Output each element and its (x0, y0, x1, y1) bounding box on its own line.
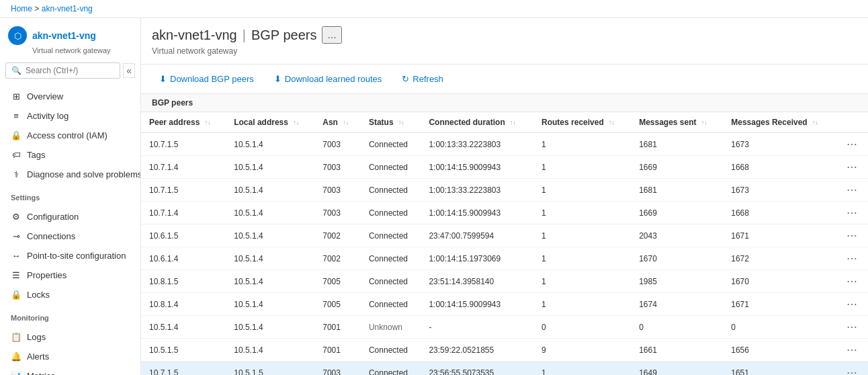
cell-routes-received: 1 (533, 133, 631, 156)
sort-local-address[interactable]: ↑↓ (293, 120, 299, 126)
cell-routes-received: 1 (533, 156, 631, 179)
sidebar-item-connections[interactable]: ⊸ Connections (0, 226, 140, 246)
cell-row-menu: ⋯ (836, 270, 868, 293)
cell-asn: 7005 (314, 293, 361, 316)
row-menu-button[interactable]: ⋯ (844, 252, 860, 265)
cell-messages-received: 1668 (723, 156, 836, 179)
cell-asn: 7002 (314, 224, 361, 247)
cell-messages-received: 1670 (723, 270, 836, 293)
toolbar: ⬇ Download BGP peers ⬇ Download learned … (141, 65, 868, 94)
search-input[interactable] (26, 66, 114, 75)
table-row: 10.8.1.4 10.5.1.4 7005 Connected 1:00:14… (141, 293, 868, 316)
nav-settings: ⚙ Configuration ⊸ Connections ↔ Point-to… (0, 204, 140, 307)
page-subtitle: BGP peers (251, 28, 316, 43)
settings-section-label: Settings (0, 187, 140, 204)
sidebar-item-tags[interactable]: 🏷 Tags (0, 145, 140, 165)
cell-messages-sent: 1649 (631, 362, 723, 376)
row-menu-button[interactable]: ⋯ (844, 366, 860, 375)
cell-local-address: 10.5.1.4 (226, 224, 314, 247)
activity-log-icon: ≡ (11, 111, 21, 121)
sidebar-item-access-control-label: Access control (IAM) (27, 130, 107, 140)
sidebar-item-diagnose[interactable]: ⚕ Diagnose and solve problems (0, 165, 140, 184)
cell-messages-received: 1671 (723, 293, 836, 316)
sort-messages-sent[interactable]: ↑↓ (701, 120, 707, 126)
sort-status[interactable]: ↑↓ (398, 120, 404, 126)
cell-peer-address: 10.7.1.4 (141, 156, 226, 179)
sidebar-item-locks[interactable]: 🔒 Locks (0, 285, 140, 304)
row-menu-button[interactable]: ⋯ (844, 183, 860, 196)
sidebar-collapse-button[interactable]: « (123, 63, 135, 78)
tags-icon: 🏷 (11, 150, 21, 160)
sidebar-item-overview[interactable]: ⊞ Overview (0, 87, 140, 106)
cell-messages-sent: 1681 (631, 133, 723, 156)
breadcrumb-home[interactable]: Home (11, 4, 32, 13)
sort-peer-address[interactable]: ↑↓ (205, 120, 211, 126)
bgp-peers-table: Peer address ↑↓ Local address ↑↓ Asn ↑↓ (141, 112, 868, 375)
cell-local-address: 10.5.1.4 (226, 156, 314, 179)
sidebar-item-access-control[interactable]: 🔒 Access control (IAM) (0, 126, 140, 145)
cell-peer-address: 10.7.1.5 (141, 133, 226, 156)
cell-messages-received: 1668 (723, 202, 836, 224)
row-menu-button[interactable]: ⋯ (844, 229, 860, 242)
sort-connected-duration[interactable]: ↑↓ (510, 120, 516, 126)
download-routes-button[interactable]: ⬇ Download learned routes (267, 70, 390, 88)
cell-messages-sent: 0 (631, 316, 723, 339)
sidebar-item-logs[interactable]: 📋 Logs (0, 327, 140, 347)
cell-row-menu: ⋯ (836, 156, 868, 179)
sidebar-item-properties-label: Properties (27, 270, 67, 280)
sidebar-item-configuration[interactable]: ⚙ Configuration (0, 207, 140, 226)
cell-local-address: 10.5.1.4 (226, 339, 314, 362)
row-menu-button[interactable]: ⋯ (844, 321, 860, 333)
configuration-icon: ⚙ (11, 212, 21, 222)
sidebar-item-activity-log[interactable]: ≡ Activity log (0, 106, 140, 126)
cell-connected-duration: - (421, 316, 533, 339)
download-bgp-button[interactable]: ⬇ Download BGP peers (152, 70, 261, 88)
col-status[interactable]: Status ↑↓ (361, 112, 421, 133)
sidebar-subtitle: Virtual network gateway (32, 46, 132, 54)
sort-asn[interactable]: ↑↓ (343, 120, 349, 126)
sidebar-item-logs-label: Logs (27, 332, 46, 342)
table-row: 10.6.1.5 10.5.1.4 7002 Connected 23:47:0… (141, 224, 868, 247)
table-header-row: Peer address ↑↓ Local address ↑↓ Asn ↑↓ (141, 112, 868, 133)
cell-status: Unknown (361, 316, 421, 339)
sidebar-item-properties[interactable]: ☰ Properties (0, 265, 140, 285)
row-menu-button[interactable]: ⋯ (844, 298, 860, 310)
table-row: 10.5.1.5 10.5.1.4 7001 Connected 23:59:2… (141, 339, 868, 362)
cell-connected-duration: 23:47:00.7599594 (421, 224, 533, 247)
cell-row-menu: ⋯ (836, 202, 868, 224)
sidebar-item-alerts[interactable]: 🔔 Alerts (0, 347, 140, 366)
cell-messages-received: 1672 (723, 247, 836, 270)
col-asn[interactable]: Asn ↑↓ (314, 112, 361, 133)
row-menu-button[interactable]: ⋯ (844, 138, 860, 151)
row-menu-button[interactable]: ⋯ (844, 343, 860, 356)
search-box[interactable]: 🔍 (5, 62, 120, 79)
row-menu-button[interactable]: ⋯ (844, 161, 860, 173)
sidebar-search-row: 🔍 « (5, 62, 135, 79)
cell-status: Connected (361, 247, 421, 270)
sidebar-header: ⬡ akn-vnet1-vng Virtual network gateway (0, 18, 140, 60)
col-connected-duration[interactable]: Connected duration ↑↓ (421, 112, 533, 133)
breadcrumb-resource[interactable]: akn-vnet1-vng (42, 4, 93, 13)
sidebar-item-connections-label: Connections (27, 231, 75, 241)
metrics-icon: 📊 (11, 371, 21, 375)
cell-peer-address: 10.7.1.5 (141, 362, 226, 376)
more-options-button[interactable]: ... (322, 26, 341, 44)
sidebar-item-point-to-site[interactable]: ↔ Point-to-site configuration (0, 246, 140, 265)
col-local-address[interactable]: Local address ↑↓ (226, 112, 314, 133)
cell-local-address: 10.5.1.4 (226, 133, 314, 156)
col-messages-sent[interactable]: Messages sent ↑↓ (631, 112, 723, 133)
row-menu-button[interactable]: ⋯ (844, 275, 860, 288)
sidebar-item-point-to-site-label: Point-to-site configuration (27, 251, 126, 261)
cell-asn: 7003 (314, 202, 361, 224)
sidebar-item-activity-log-label: Activity log (27, 111, 69, 121)
sort-routes-received[interactable]: ↑↓ (609, 120, 615, 126)
cell-messages-sent: 1669 (631, 202, 723, 224)
row-menu-button[interactable]: ⋯ (844, 206, 860, 219)
col-messages-received[interactable]: Messages Received ↑↓ (723, 112, 836, 133)
sidebar-item-metrics[interactable]: 📊 Metrics (0, 366, 140, 375)
cell-local-address: 10.5.1.5 (226, 362, 314, 376)
col-routes-received[interactable]: Routes received ↑↓ (533, 112, 631, 133)
sort-messages-received[interactable]: ↑↓ (812, 120, 818, 126)
refresh-button[interactable]: ↻ Refresh (394, 70, 451, 88)
col-peer-address[interactable]: Peer address ↑↓ (141, 112, 226, 133)
